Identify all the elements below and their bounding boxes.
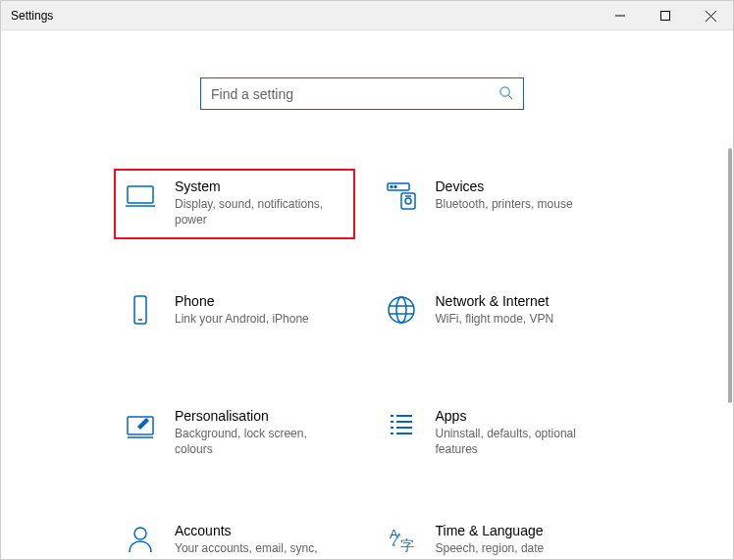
titlebar: Settings (1, 1, 733, 30)
window-title: Settings (11, 9, 53, 23)
minimize-button[interactable] (598, 1, 643, 30)
svg-point-30 (134, 528, 146, 539)
category-accounts[interactable]: Accounts Your accounts, email, sync, wor… (114, 513, 355, 559)
close-button[interactable] (688, 1, 733, 30)
category-personalisation[interactable]: Personalisation Background, lock screen,… (114, 398, 355, 469)
category-system[interactable]: System Display, sound, notifications, po… (114, 169, 355, 239)
category-title: Devices (436, 178, 573, 194)
category-desc: Link your Android, iPhone (175, 311, 309, 327)
devices-icon (385, 178, 418, 212)
svg-point-10 (394, 186, 396, 188)
search-icon (498, 85, 513, 103)
close-icon (706, 11, 716, 22)
category-title: Accounts (175, 523, 345, 538)
window-controls (598, 1, 733, 29)
system-icon (124, 178, 157, 212)
accounts-icon (124, 523, 157, 556)
apps-icon (385, 408, 418, 441)
globe-icon (385, 293, 418, 327)
svg-text:字: 字 (400, 537, 414, 553)
category-network[interactable]: Network & Internet WiFi, flight mode, VP… (375, 283, 616, 354)
category-desc: Background, lock screen, colours (175, 426, 345, 457)
svg-point-16 (389, 297, 414, 323)
personalisation-icon (124, 408, 157, 441)
category-title: Time & Language (436, 523, 545, 538)
svg-point-17 (396, 297, 406, 323)
search-box[interactable] (200, 77, 524, 110)
category-desc: Bluetooth, printers, mouse (436, 196, 573, 212)
svg-line-5 (508, 95, 512, 99)
settings-grid: System Display, sound, notifications, po… (1, 169, 723, 559)
category-desc: Speech, region, date (436, 540, 545, 556)
svg-rect-1 (661, 12, 670, 21)
category-title: Apps (436, 408, 606, 424)
time-language-icon: A字 (385, 523, 418, 556)
scrollbar-thumb[interactable] (728, 148, 732, 403)
search-input[interactable] (211, 86, 498, 102)
svg-rect-6 (128, 186, 153, 203)
content-area: System Display, sound, notifications, po… (1, 30, 723, 559)
category-time[interactable]: A字 Time & Language Speech, region, date (375, 513, 616, 559)
scrollbar[interactable] (722, 30, 732, 559)
maximize-button[interactable] (643, 1, 688, 30)
maximize-icon (660, 11, 670, 21)
phone-icon (124, 293, 157, 327)
category-desc: Uninstall, defaults, optional features (436, 426, 606, 457)
category-desc: WiFi, flight mode, VPN (436, 311, 554, 327)
minimize-icon (615, 11, 625, 21)
category-apps[interactable]: Apps Uninstall, defaults, optional featu… (375, 398, 616, 469)
category-devices[interactable]: Devices Bluetooth, printers, mouse (375, 169, 616, 239)
category-desc: Display, sound, notifications, power (175, 196, 345, 228)
svg-point-9 (391, 186, 393, 188)
svg-text:A: A (390, 527, 398, 541)
svg-point-4 (500, 86, 509, 95)
category-title: Network & Internet (436, 293, 554, 309)
category-phone[interactable]: Phone Link your Android, iPhone (114, 283, 355, 354)
category-title: Phone (175, 293, 309, 309)
search-row (1, 77, 723, 110)
category-title: System (175, 178, 345, 194)
category-title: Personalisation (175, 408, 345, 424)
category-desc: Your accounts, email, sync, work, family (175, 540, 345, 559)
svg-point-12 (405, 198, 411, 204)
